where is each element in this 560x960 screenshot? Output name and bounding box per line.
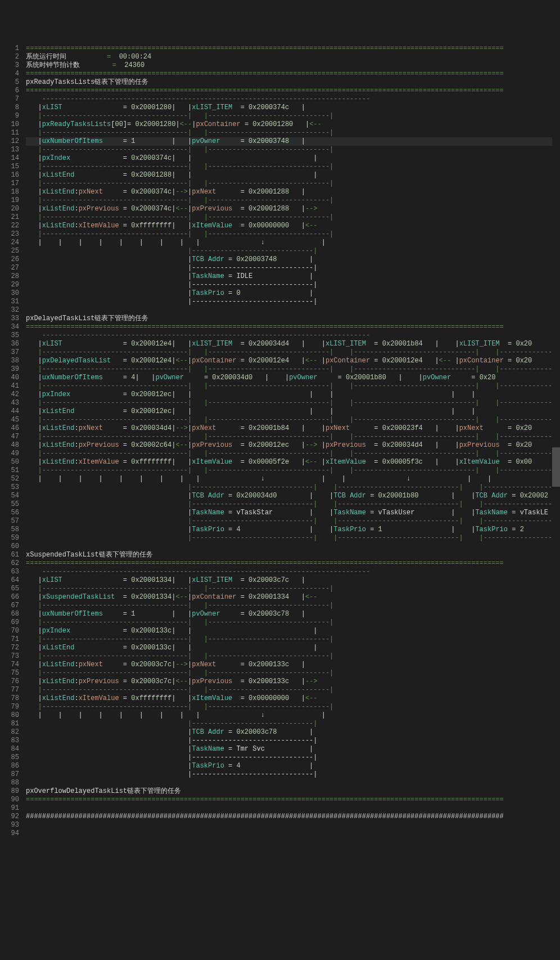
code-area[interactable]: ========================================… [26, 42, 560, 960]
line-number-gutter: 1234567891011121314151617181920212223242… [0, 42, 26, 960]
scrollbar-thumb[interactable] [552, 447, 560, 487]
scrollbar-track[interactable] [552, 42, 560, 960]
code-editor: 1234567891011121314151617181920212223242… [0, 42, 560, 960]
